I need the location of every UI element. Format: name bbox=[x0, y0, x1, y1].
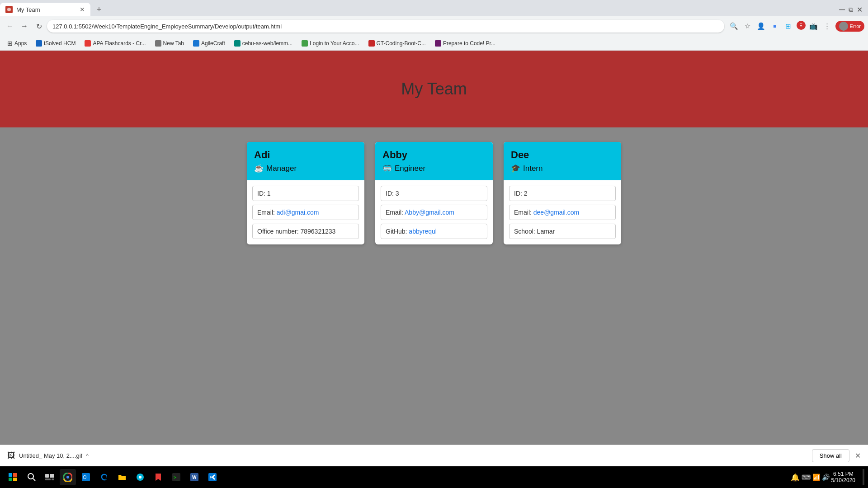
address-bar[interactable] bbox=[47, 20, 724, 33]
apa-favicon bbox=[85, 40, 91, 47]
bookmark-agilecraft-label: AgileCraft bbox=[201, 40, 225, 47]
bookmark-prepare[interactable]: Prepare to Code! Pr... bbox=[431, 39, 499, 47]
header-banner: My Team bbox=[0, 51, 868, 127]
svg-text:O: O bbox=[83, 474, 87, 480]
card-name-abby: Abby bbox=[382, 149, 486, 161]
card-extra-adi: Office number: 7896321233 bbox=[252, 224, 359, 239]
cast-icon[interactable]: 📺 bbox=[808, 21, 819, 32]
bookmark-isolved[interactable]: iSolved HCM bbox=[32, 39, 79, 47]
notification-icon[interactable]: 🔔 bbox=[791, 473, 800, 482]
card-email-dee: Email: dee@gmail.com bbox=[509, 205, 616, 220]
card-header-adi: Adi ☕ Manager bbox=[247, 142, 364, 180]
page-title: My Team bbox=[401, 80, 467, 99]
bookmark-apps-label: Apps bbox=[14, 40, 27, 47]
wifi-icon[interactable]: 📶 bbox=[812, 474, 820, 481]
agilecraft-favicon bbox=[193, 40, 199, 47]
manager-icon: ☕ bbox=[254, 164, 264, 173]
bookmark-gt-label: GT-Coding-Boot-C... bbox=[377, 40, 426, 47]
bookmark-apa[interactable]: APA Flashcards - Cr... bbox=[81, 39, 149, 47]
employee-card-abby: Abby 🥽 Engineer ID: 3 Email: Abby@gmail.… bbox=[375, 142, 493, 244]
svg-rect-10 bbox=[52, 479, 54, 480]
download-item: 🖼 Untitled_ May 10, 2....gif ^ bbox=[7, 451, 89, 460]
bookmark-apps[interactable]: ⊞ Apps bbox=[4, 39, 30, 48]
keyboard-icon[interactable]: ⌨ bbox=[802, 474, 811, 481]
chrome-taskbar[interactable] bbox=[60, 469, 76, 485]
windows-icon[interactable]: ⊞ bbox=[783, 21, 794, 32]
show-desktop-button[interactable] bbox=[863, 469, 864, 485]
svg-text:>_: >_ bbox=[174, 475, 179, 480]
card-header-dee: Dee 🎓 Intern bbox=[504, 142, 621, 180]
vscode-taskbar[interactable] bbox=[204, 469, 221, 485]
clock-date: 5/10/2020 bbox=[831, 477, 855, 483]
prepare-favicon bbox=[435, 40, 441, 47]
bookmark-login[interactable]: Login to Your Acco... bbox=[298, 39, 363, 47]
taskbar-right: 🔔 ⌨ 📶 🔊 6:51 PM 5/10/2020 bbox=[791, 469, 864, 485]
bookmark-agilecraft[interactable]: AgileCraft bbox=[189, 39, 229, 47]
volume-icon[interactable]: 🔊 bbox=[822, 474, 830, 481]
cebu-favicon bbox=[234, 40, 241, 47]
extension-icon[interactable]: ■ bbox=[769, 21, 780, 32]
download-bar-close[interactable]: ✕ bbox=[855, 451, 861, 460]
svg-rect-1 bbox=[9, 473, 12, 477]
task-view-button[interactable] bbox=[42, 469, 58, 485]
file-explorer-taskbar[interactable] bbox=[114, 469, 130, 485]
tab-close-button[interactable]: ✕ bbox=[80, 6, 85, 13]
start-button[interactable] bbox=[4, 468, 22, 486]
new-tab-button[interactable]: + bbox=[92, 3, 106, 16]
back-button[interactable]: ← bbox=[4, 20, 16, 33]
svg-rect-7 bbox=[45, 474, 49, 478]
settings-icon[interactable]: ⋮ bbox=[822, 21, 833, 32]
word-taskbar[interactable]: W bbox=[186, 469, 203, 485]
email-link-adi[interactable]: adi@gmai.com bbox=[277, 209, 319, 216]
reload-button[interactable]: ↻ bbox=[33, 20, 45, 33]
show-all-button[interactable]: Show all bbox=[812, 449, 849, 462]
nav-icons: 🔍 ☆ 👤 ■ ⊞ E 📺 ⋮ Error bbox=[729, 21, 864, 32]
bookmarks-bar: ⊞ Apps iSolved HCM APA Flashcards - Cr..… bbox=[0, 36, 868, 51]
error-label: Error bbox=[850, 23, 861, 29]
user-avatar bbox=[839, 22, 848, 31]
school-dee: Lamar bbox=[537, 228, 555, 235]
github-link-abby[interactable]: abbyrequl bbox=[409, 228, 437, 235]
taskbar-clock[interactable]: 6:51 PM 5/10/2020 bbox=[831, 471, 855, 483]
card-id-dee: ID: 2 bbox=[509, 186, 616, 201]
profile-icon[interactable]: 👤 bbox=[756, 21, 767, 32]
extension2-icon[interactable]: E bbox=[797, 21, 806, 30]
close-window-button[interactable]: ✕ bbox=[857, 5, 863, 14]
card-id-adi: ID: 1 bbox=[252, 186, 359, 201]
card-role-adi: ☕ Manager bbox=[254, 164, 357, 173]
active-tab[interactable]: My Team ✕ bbox=[0, 3, 90, 16]
error-badge[interactable]: Error bbox=[835, 21, 864, 32]
intern-icon: 🎓 bbox=[511, 164, 520, 173]
svg-text:W: W bbox=[192, 475, 197, 480]
edge-taskbar[interactable] bbox=[96, 469, 112, 485]
card-role-label-adi: Manager bbox=[266, 164, 297, 173]
search-taskbar[interactable] bbox=[24, 469, 40, 485]
outlook-taskbar[interactable]: O bbox=[78, 469, 94, 485]
forward-button[interactable]: → bbox=[18, 20, 31, 33]
svg-point-0 bbox=[7, 8, 11, 11]
card-body-dee: ID: 2 Email: dee@gmail.com School: Lamar bbox=[504, 180, 621, 244]
photos-taskbar[interactable] bbox=[132, 469, 148, 485]
search-icon[interactable]: 🔍 bbox=[729, 21, 740, 32]
card-role-dee: 🎓 Intern bbox=[511, 164, 614, 173]
terminal-taskbar[interactable]: >_ bbox=[168, 469, 184, 485]
bookmark-gt[interactable]: GT-Coding-Boot-C... bbox=[365, 39, 429, 47]
svg-point-5 bbox=[28, 474, 33, 479]
card-extra-dee: School: Lamar bbox=[509, 224, 616, 239]
bookmark-cebu-label: cebu-as-web/lemm... bbox=[242, 40, 292, 47]
bookmark-taskbar[interactable] bbox=[150, 469, 166, 485]
card-role-label-dee: Intern bbox=[523, 164, 542, 173]
email-link-dee[interactable]: dee@gmail.com bbox=[533, 209, 579, 216]
bookmark-newtab-label: New Tab bbox=[163, 40, 184, 47]
email-link-abby[interactable]: Abby@gmail.com bbox=[405, 209, 454, 216]
bookmark-icon[interactable]: ☆ bbox=[742, 21, 753, 32]
clock-time: 6:51 PM bbox=[833, 471, 854, 477]
bookmark-cebu[interactable]: cebu-as-web/lemm... bbox=[231, 39, 296, 47]
card-name-dee: Dee bbox=[511, 149, 614, 161]
download-chevron[interactable]: ^ bbox=[86, 453, 89, 459]
taskbar: O >_ W 🔔 ⌨ 📶 🔊 6:51 PM 5/10/2020 bbox=[0, 466, 868, 488]
bookmark-newtab[interactable]: New Tab bbox=[151, 39, 188, 47]
card-body-abby: ID: 3 Email: Abby@gmail.com GitHub: abby… bbox=[375, 180, 493, 244]
restore-button[interactable]: ⧉ bbox=[849, 6, 853, 14]
minimize-button[interactable]: ─ bbox=[839, 5, 845, 14]
